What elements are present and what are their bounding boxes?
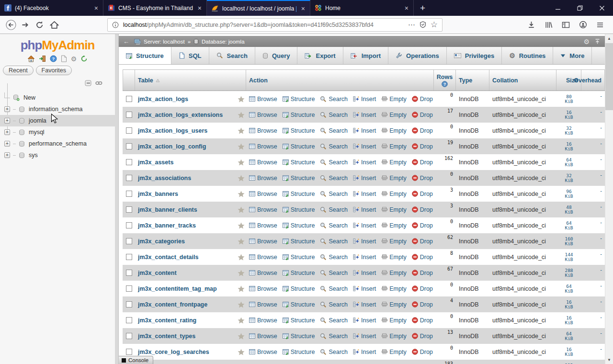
recent-button[interactable]: Recent bbox=[3, 66, 34, 75]
action-drop-link[interactable]: Drop bbox=[412, 143, 433, 150]
action-search-link[interactable]: Search bbox=[320, 191, 348, 197]
favorite-star-icon[interactable] bbox=[238, 206, 245, 213]
scrollbar-down-arrow[interactable]: ▼ bbox=[605, 356, 613, 364]
action-drop-link[interactable]: Drop bbox=[412, 127, 433, 134]
action-empty-link[interactable]: Empty bbox=[381, 96, 406, 102]
browser-tab[interactable]: (4) Facebook× bbox=[0, 0, 103, 16]
action-empty-link[interactable]: Empty bbox=[381, 349, 406, 355]
tab-close-icon[interactable]: × bbox=[196, 4, 203, 12]
table-name-link[interactable]: jm3x_action_logs bbox=[138, 96, 188, 102]
restore-button[interactable] bbox=[569, 0, 591, 16]
table-name-link[interactable]: jm3x_banner_tracks bbox=[138, 222, 196, 229]
row-checkbox[interactable] bbox=[126, 206, 132, 213]
row-checkbox[interactable] bbox=[126, 127, 132, 134]
expand-icon[interactable]: + bbox=[4, 106, 10, 112]
tab-sql[interactable]: SQL bbox=[171, 47, 209, 64]
action-browse-link[interactable]: Browse bbox=[249, 270, 277, 276]
favorite-star-icon[interactable] bbox=[238, 191, 245, 197]
action-drop-link[interactable]: Drop bbox=[412, 317, 433, 324]
action-empty-link[interactable]: Empty bbox=[381, 112, 406, 118]
action-drop-link[interactable]: Drop bbox=[412, 175, 433, 182]
action-insert-link[interactable]: Insert bbox=[353, 143, 376, 150]
favorite-star-icon[interactable] bbox=[238, 127, 245, 134]
header-type[interactable]: Type bbox=[456, 70, 489, 91]
action-browse-link[interactable]: Browse bbox=[249, 317, 277, 324]
action-drop-link[interactable]: Drop bbox=[412, 159, 433, 166]
action-insert-link[interactable]: Insert bbox=[353, 127, 376, 134]
action-insert-link[interactable]: Insert bbox=[353, 349, 376, 355]
action-empty-link[interactable]: Empty bbox=[381, 317, 406, 324]
action-insert-link[interactable]: Insert bbox=[353, 238, 376, 245]
action-insert-link[interactable]: Insert bbox=[353, 206, 376, 213]
tab-routines[interactable]: ⚙Routines bbox=[502, 47, 553, 64]
expand-icon[interactable]: + bbox=[4, 118, 10, 124]
action-insert-link[interactable]: Insert bbox=[353, 191, 376, 197]
expand-icon[interactable]: + bbox=[4, 141, 10, 147]
favorite-star-icon[interactable] bbox=[238, 96, 245, 102]
table-name-link[interactable]: jm3x_action_logs_users bbox=[138, 127, 207, 134]
tab-search[interactable]: Search bbox=[209, 47, 255, 64]
close-button[interactable] bbox=[591, 0, 613, 16]
action-drop-link[interactable]: Drop bbox=[412, 96, 433, 102]
action-search-link[interactable]: Search bbox=[320, 159, 348, 166]
phpmyadmin-logo[interactable]: phpMyAdmin bbox=[0, 34, 115, 53]
action-browse-link[interactable]: Browse bbox=[249, 349, 277, 355]
action-browse-link[interactable]: Browse bbox=[249, 191, 277, 197]
favorite-star-icon[interactable] bbox=[238, 349, 245, 355]
row-checkbox[interactable] bbox=[126, 222, 132, 228]
bookmark-star-icon[interactable]: ☆ bbox=[431, 21, 438, 29]
favorite-star-icon[interactable] bbox=[238, 143, 245, 150]
sidebar-toggle-button[interactable] bbox=[558, 18, 573, 32]
action-search-link[interactable]: Search bbox=[320, 238, 348, 245]
tab-export[interactable]: Export bbox=[297, 47, 343, 64]
action-search-link[interactable]: Search bbox=[320, 285, 348, 292]
logout-icon[interactable] bbox=[39, 55, 46, 62]
expand-icon[interactable]: + bbox=[4, 152, 10, 158]
scroll-top-icon[interactable] bbox=[594, 38, 601, 45]
tab-privileges[interactable]: Privileges bbox=[447, 47, 502, 64]
action-empty-link[interactable]: Empty bbox=[381, 127, 406, 134]
table-name-link[interactable]: jm3x_content_types bbox=[138, 333, 195, 340]
action-insert-link[interactable]: Insert bbox=[353, 175, 376, 182]
action-empty-link[interactable]: Empty bbox=[381, 206, 406, 213]
favorite-star-icon[interactable] bbox=[238, 254, 245, 261]
action-insert-link[interactable]: Insert bbox=[353, 254, 376, 261]
browser-tab[interactable]: ECMS - Easyhome in Thailand× bbox=[103, 0, 207, 16]
tab-close-icon[interactable]: × bbox=[93, 4, 100, 12]
action-drop-link[interactable]: Drop bbox=[412, 349, 433, 355]
table-name-link[interactable]: jm3x_action_logs_extensions bbox=[138, 112, 223, 118]
row-checkbox[interactable] bbox=[126, 96, 132, 102]
tab-close-icon[interactable]: × bbox=[300, 5, 306, 12]
action-structure-link[interactable]: Structure bbox=[283, 222, 315, 229]
sidebar-item-sys[interactable]: +sys bbox=[0, 149, 115, 161]
action-browse-link[interactable]: Browse bbox=[249, 143, 277, 150]
console-bar[interactable]: Console bbox=[119, 356, 153, 364]
action-drop-link[interactable]: Drop bbox=[412, 333, 433, 340]
collapse-sidebar-arrow[interactable]: ← bbox=[123, 38, 129, 45]
action-structure-link[interactable]: Structure bbox=[283, 317, 315, 324]
action-empty-link[interactable]: Empty bbox=[381, 285, 406, 292]
row-checkbox[interactable] bbox=[126, 191, 132, 197]
favorite-star-icon[interactable] bbox=[238, 112, 245, 118]
action-search-link[interactable]: Search bbox=[320, 143, 348, 150]
action-structure-link[interactable]: Structure bbox=[283, 127, 315, 134]
tab-structure[interactable]: Structure bbox=[119, 47, 171, 64]
action-insert-link[interactable]: Insert bbox=[353, 285, 376, 292]
action-structure-link[interactable]: Structure bbox=[283, 349, 315, 355]
action-insert-link[interactable]: Insert bbox=[353, 333, 376, 340]
action-search-link[interactable]: Search bbox=[320, 127, 348, 134]
action-search-link[interactable]: Search bbox=[320, 333, 348, 340]
expand-icon[interactable]: + bbox=[4, 129, 10, 135]
table-name-link[interactable]: jm3x_content_frontpage bbox=[138, 301, 207, 308]
action-browse-link[interactable]: Browse bbox=[249, 301, 277, 308]
action-search-link[interactable]: Search bbox=[320, 301, 348, 308]
table-name-link[interactable]: jm3x_action_log_config bbox=[138, 143, 206, 150]
settings-icon[interactable]: ⚙ bbox=[71, 56, 77, 62]
menu-button[interactable] bbox=[593, 18, 607, 32]
action-drop-link[interactable]: Drop bbox=[412, 206, 433, 213]
action-insert-link[interactable]: Insert bbox=[353, 222, 376, 229]
action-empty-link[interactable]: Empty bbox=[381, 270, 406, 276]
scrollbar-thumb[interactable] bbox=[605, 43, 613, 110]
action-browse-link[interactable]: Browse bbox=[249, 285, 277, 292]
favorite-star-icon[interactable] bbox=[238, 333, 245, 340]
